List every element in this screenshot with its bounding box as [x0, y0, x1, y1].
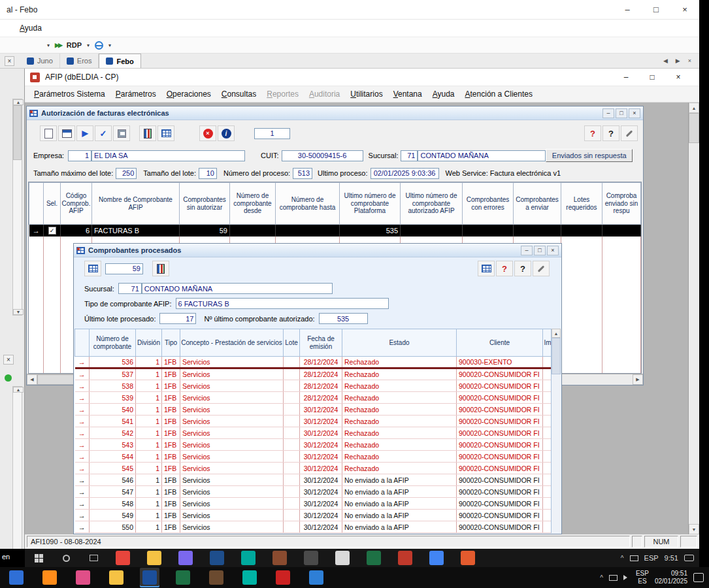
- scroll-right-button[interactable]: ▶: [633, 374, 643, 385]
- comprobante-row[interactable]: → 547 1 1FB Servicios 30/12/2024 No envi…: [75, 486, 553, 498]
- child-titlebar[interactable]: Autorización de facturas electrónicas – …: [27, 106, 643, 120]
- comprobante-row[interactable]: → 543 1 1FB Servicios 30/12/2024 Rechaza…: [75, 439, 553, 451]
- confirm-button[interactable]: ✓: [95, 125, 112, 141]
- column-header[interactable]: Lotes requeridos: [561, 183, 602, 225]
- ledger-button[interactable]: [139, 125, 156, 141]
- panel-scrollbar[interactable]: ▲ ▼: [12, 99, 22, 316]
- language-indicator[interactable]: ESP: [644, 554, 659, 562]
- selected-comprobante-row[interactable]: → ✓ 6 FACTURAS B 59 535: [29, 225, 641, 237]
- taskbar-app-button[interactable]: [459, 549, 476, 567]
- menu-item[interactable]: Parámetros Sistema: [29, 90, 110, 99]
- taskbar-app-button[interactable]: [365, 549, 382, 567]
- menu-item[interactable]: Atención a Clientes: [460, 90, 538, 99]
- taskbar-app-button[interactable]: [271, 549, 288, 567]
- start-button[interactable]: [25, 549, 52, 567]
- maximize-button[interactable]: □: [616, 108, 627, 118]
- close-button[interactable]: ×: [547, 246, 559, 255]
- menu-item[interactable]: Operaciones: [161, 90, 216, 99]
- scrollbar-thumb[interactable]: [552, 338, 561, 374]
- save-button[interactable]: [113, 125, 130, 141]
- ledger-button[interactable]: [152, 261, 169, 276]
- column-header[interactable]: Número de comprobante hasta: [276, 183, 340, 225]
- ultimo-comprobante-field[interactable]: 535: [319, 313, 368, 324]
- close-button[interactable]: ×: [665, 69, 691, 86]
- session-tab[interactable]: Juno: [20, 54, 60, 68]
- tools-button[interactable]: [533, 261, 550, 276]
- column-header[interactable]: Ultimo número de comprobante Plataforma: [340, 183, 401, 225]
- column-header[interactable]: Código Comprob. AFIP: [61, 183, 92, 225]
- tipo-comprobante-field[interactable]: 6 FACTURAS B: [176, 298, 389, 309]
- scrollbar-track[interactable]: [552, 374, 561, 533]
- dropdown-icon[interactable]: ▾: [108, 42, 111, 48]
- taskbar-app-button[interactable]: [145, 549, 163, 567]
- menu-item[interactable]: Auditoria: [304, 90, 345, 99]
- next-tab-button[interactable]: ▶: [676, 57, 680, 64]
- row-checkbox[interactable]: ✓: [48, 227, 56, 235]
- taskbar-app-button[interactable]: [240, 568, 259, 587]
- search-button[interactable]: [52, 549, 80, 567]
- ultimo-proceso-field[interactable]: 02/01/2025 9:03:36: [371, 168, 439, 179]
- taskbar-app-button[interactable]: [73, 568, 93, 587]
- context-help-button[interactable]: ?: [584, 125, 601, 141]
- tray-chevron-icon[interactable]: ^: [621, 555, 624, 562]
- clock[interactable]: 9:51: [665, 554, 678, 562]
- context-help-button[interactable]: ?: [496, 261, 513, 276]
- sucursal-name-field[interactable]: CONTADO MAÑANA: [418, 150, 546, 161]
- run-button[interactable]: ▶: [76, 125, 93, 141]
- empresa-code-field[interactable]: 1: [68, 150, 91, 161]
- tamano-maximo-field[interactable]: 250: [116, 168, 137, 179]
- network-icon[interactable]: [609, 575, 618, 581]
- session-tab[interactable]: Febo: [99, 54, 140, 68]
- scrollbar-thumb[interactable]: [13, 105, 22, 160]
- notification-icon[interactable]: [693, 573, 704, 582]
- taskbar-app-button[interactable]: [273, 568, 293, 587]
- taskbar-app-button[interactable]: [306, 568, 326, 587]
- close-session-button[interactable]: ×: [688, 57, 691, 64]
- mdi-vertical-scrollbar[interactable]: ▲ ▼: [688, 103, 699, 534]
- process-counter-field[interactable]: 1: [254, 128, 290, 139]
- scroll-down-button[interactable]: ▼: [13, 309, 24, 315]
- menu-item[interactable]: Consultas: [216, 90, 261, 99]
- column-header[interactable]: Comprobantes con errores: [463, 183, 514, 225]
- scrollbar-track[interactable]: [689, 143, 699, 524]
- column-header[interactable]: Fecha de emisión: [300, 329, 342, 357]
- child-titlebar[interactable]: Comprobantes procesados – □ ×: [74, 244, 561, 257]
- speaker-icon[interactable]: [623, 575, 630, 580]
- minimize-button[interactable]: –: [613, 0, 642, 20]
- tray-chevron-icon[interactable]: ^: [600, 574, 603, 581]
- scroll-up-button[interactable]: ▲: [13, 387, 24, 393]
- new-button[interactable]: [40, 125, 57, 141]
- taskbar-app-button[interactable]: [239, 549, 257, 567]
- properties-button[interactable]: [58, 125, 75, 141]
- column-header[interactable]: Concepto - Prestación de servicios: [180, 329, 284, 357]
- record-counter-field[interactable]: 59: [105, 263, 143, 274]
- column-header[interactable]: Nombre de Comprobante AFIP: [92, 183, 180, 225]
- column-header[interactable]: Cliente: [457, 329, 543, 357]
- comprobante-row[interactable]: → 542 1 1FB Servicios 30/12/2024 Rechaza…: [75, 427, 553, 439]
- comprobante-row[interactable]: → 539 1 1FB Servicios 28/12/2024 Rechaza…: [75, 392, 553, 404]
- taskbar-app-button[interactable]: [7, 568, 26, 587]
- session-tab[interactable]: Eros: [60, 54, 99, 68]
- numero-proceso-field[interactable]: 513: [293, 168, 312, 179]
- export-grid-button[interactable]: [157, 125, 174, 141]
- maximize-button[interactable]: □: [639, 69, 665, 86]
- comprobante-row[interactable]: → 550 1 1FB Servicios 30/12/2024 No envi…: [75, 521, 553, 533]
- column-header[interactable]: Estado: [342, 329, 457, 357]
- comprobante-row[interactable]: → 545 1 1FB Servicios 30/12/2024 Rechaza…: [75, 463, 553, 474]
- minimize-button[interactable]: –: [613, 69, 639, 86]
- task-view-button[interactable]: [80, 549, 107, 567]
- scroll-up-button[interactable]: ▲: [689, 103, 699, 113]
- export-grid-button[interactable]: [84, 261, 101, 276]
- column-header[interactable]: Número de comprobante: [90, 329, 136, 357]
- scroll-up-button[interactable]: ▲: [552, 329, 561, 338]
- comprobante-row[interactable]: → 546 1 1FB Servicios 30/12/2024 No envi…: [75, 474, 553, 486]
- column-header[interactable]: Tipo: [162, 329, 180, 357]
- minimize-button[interactable]: –: [521, 246, 533, 255]
- menu-item[interactable]: Ayuda: [427, 90, 460, 99]
- dropdown-icon[interactable]: ▾: [47, 42, 50, 48]
- column-header[interactable]: Comprobantes a enviar: [514, 183, 561, 225]
- taskbar-app-button[interactable]: [107, 568, 126, 587]
- empresa-name-field[interactable]: EL DIA SA: [91, 150, 245, 161]
- comprobante-row[interactable]: → 549 1 1FB Servicios 30/12/2024 No envi…: [75, 510, 553, 521]
- taskbar-app-button[interactable]: [173, 568, 193, 587]
